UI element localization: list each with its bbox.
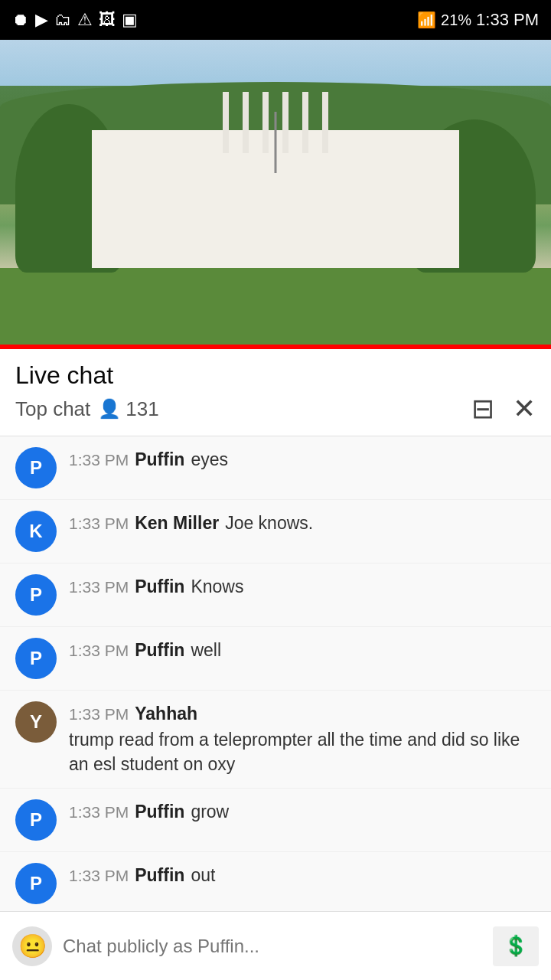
filter-icon[interactable]: ⊟: [471, 393, 494, 425]
play-icon: ▶: [35, 10, 48, 30]
avatar: Y: [15, 701, 57, 743]
message-content: 1:33 PMPuffin eyes: [69, 447, 536, 472]
message-text: grow: [191, 799, 229, 824]
chat-scroll-area: P1:33 PMPuffin eyesK1:33 PMKen Miller Jo…: [0, 436, 551, 980]
time-display: 1:33 PM: [476, 10, 539, 30]
chat-message-4: P1:33 PMPuffin well: [0, 627, 551, 691]
message-author: Puffin: [135, 799, 184, 824]
viewer-count-number: 131: [126, 397, 158, 421]
chat-message-6: P1:33 PMPuffin grow: [0, 789, 551, 852]
close-icon[interactable]: ✕: [513, 393, 536, 425]
message-meta: 1:33 PMPuffin eyes: [69, 447, 536, 472]
message-text: trump read from a teleprompter all the t…: [69, 727, 536, 776]
chat-input[interactable]: [63, 926, 482, 966]
message-content: 1:33 PMPuffin Knows: [69, 574, 536, 599]
message-meta: 1:33 PMPuffin grow: [69, 799, 536, 824]
avatar: P: [15, 863, 57, 904]
message-author: Yahhah: [135, 701, 197, 726]
image-icon: 🖼: [99, 10, 116, 30]
message-author: Puffin: [135, 447, 184, 472]
live-chat-title: Live chat: [15, 361, 536, 390]
battery-text: 21%: [441, 11, 471, 29]
notification-icons: ⏺ ▶ 🗂 ⚠ 🖼 ▣: [12, 10, 138, 30]
avatar: P: [15, 799, 57, 841]
message-meta: 1:33 PMKen Miller Joe knows.: [69, 511, 536, 535]
message-meta: 1:33 PMPuffin Knows: [69, 574, 536, 599]
message-content: 1:33 PMPuffin out: [69, 863, 536, 887]
chat-message-3: P1:33 PMPuffin Knows: [0, 564, 551, 627]
emoji-button[interactable]: 😐: [12, 926, 52, 966]
avatar: P: [15, 638, 57, 679]
avatar: P: [15, 447, 57, 488]
chat-input-bar: 😐 💲: [0, 911, 551, 980]
video-player[interactable]: [0, 40, 551, 349]
message-content: 1:33 PMPuffin well: [69, 638, 536, 662]
avatar: P: [15, 574, 57, 616]
message-author: Puffin: [135, 574, 184, 599]
viewer-count: 👤 131: [98, 397, 158, 421]
message-text: eyes: [191, 447, 228, 472]
sky: [0, 40, 551, 86]
chat-message-1: P1:33 PMPuffin eyes: [0, 436, 551, 500]
live-chat-header: Live chat Top chat 👤 131 ⊟ ✕: [0, 349, 551, 436]
send-button[interactable]: 💲: [493, 926, 539, 966]
chat-message-7: P1:33 PMPuffin out: [0, 852, 551, 916]
message-time: 1:33 PM: [69, 512, 129, 534]
message-author: Puffin: [135, 863, 184, 887]
message-content: 1:33 PMKen Miller Joe knows.: [69, 511, 536, 535]
wifi-icon: 📶: [417, 11, 436, 29]
message-time: 1:33 PM: [69, 703, 129, 725]
message-time: 1:33 PM: [69, 449, 129, 471]
flagpole: [275, 112, 277, 173]
message-time: 1:33 PM: [69, 576, 129, 598]
progress-bar[interactable]: [0, 345, 551, 349]
message-content: 1:33 PMYahhahtrump read from a telepromp…: [69, 701, 536, 777]
viewer-icon: 👤: [98, 398, 121, 420]
media-icon: ⏺: [12, 10, 29, 30]
message-meta: 1:33 PMYahhah: [69, 701, 536, 726]
folder-icon: 🗂: [54, 10, 71, 30]
chat-message-2: K1:33 PMKen Miller Joe knows.: [0, 500, 551, 564]
top-chat-left: Top chat 👤 131: [15, 397, 159, 421]
message-time: 1:33 PM: [69, 864, 129, 887]
message-text: Knows: [191, 574, 243, 599]
browser-icon: ▣: [122, 10, 138, 30]
message-author: Puffin: [135, 638, 184, 662]
lawn: [0, 268, 551, 345]
message-meta: 1:33 PMPuffin well: [69, 638, 536, 662]
alert-icon: ⚠: [77, 10, 93, 30]
header-actions: ⊟ ✕: [471, 393, 536, 425]
message-time: 1:33 PM: [69, 801, 129, 823]
chat-list: P1:33 PMPuffin eyesK1:33 PMKen Miller Jo…: [0, 436, 551, 980]
message-time: 1:33 PM: [69, 639, 129, 662]
chat-message-5: Y1:33 PMYahhahtrump read from a teleprom…: [0, 691, 551, 789]
message-text: out: [191, 863, 215, 887]
message-text: well: [191, 638, 221, 662]
message-text: Joe knows.: [225, 511, 313, 535]
message-meta: 1:33 PMPuffin out: [69, 863, 536, 887]
message-author: Ken Miller: [135, 511, 219, 535]
top-chat-label[interactable]: Top chat: [15, 397, 90, 421]
message-content: 1:33 PMPuffin grow: [69, 799, 536, 824]
system-icons: 📶 21% 1:33 PM: [417, 10, 539, 30]
status-bar: ⏺ ▶ 🗂 ⚠ 🖼 ▣ 📶 21% 1:33 PM: [0, 0, 551, 40]
chat-subtitle-row: Top chat 👤 131 ⊟ ✕: [15, 393, 536, 436]
avatar: K: [15, 511, 57, 552]
